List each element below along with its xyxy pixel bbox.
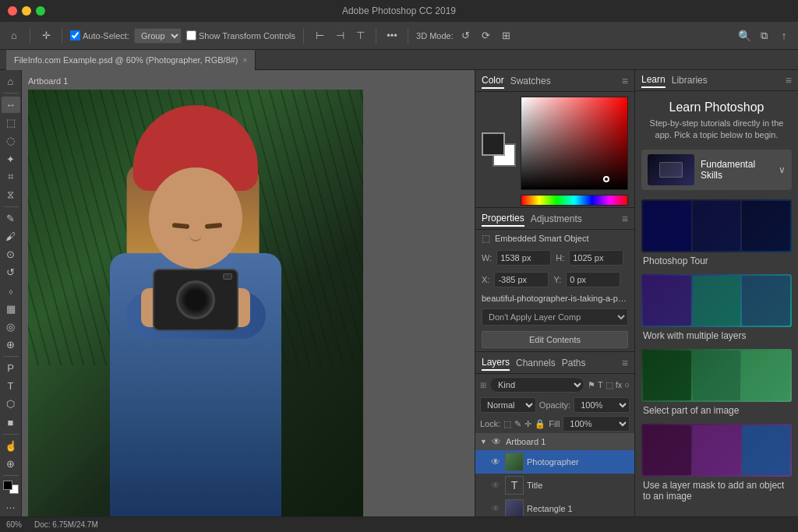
blur-tool[interactable]: ◎ xyxy=(2,319,20,335)
learn-panel-menu-icon[interactable]: ≡ xyxy=(786,74,792,86)
layer-filter-dropdown[interactable]: Kind xyxy=(489,377,584,393)
edit-contents-button[interactable]: Edit Contents xyxy=(482,331,628,348)
hue-slider[interactable] xyxy=(521,195,628,206)
layer-title[interactable]: 👁 T Title xyxy=(475,474,634,497)
lock-row: Lock: ⬚ ✎ ✛ 🔒 Fill 100% xyxy=(475,414,634,433)
object-name: Embedded Smart Object xyxy=(495,234,588,243)
shape-tool[interactable]: ■ xyxy=(2,414,20,430)
fundamental-skills-header[interactable]: Fundamental Skills ∨ xyxy=(641,150,792,190)
align-center-icon[interactable]: ⊣ xyxy=(332,28,348,44)
3d-rotate-icon[interactable]: ↺ xyxy=(458,28,474,44)
lock-label: Lock: xyxy=(480,419,500,428)
gradient-tool[interactable]: ▦ xyxy=(2,301,20,317)
person-face xyxy=(149,167,242,269)
layer-photographer[interactable]: 👁 Photographer xyxy=(475,450,634,474)
h-field[interactable] xyxy=(569,250,623,266)
3d-pan-icon[interactable]: ⟳ xyxy=(478,28,494,44)
crop-tool[interactable]: ⌗ xyxy=(2,169,20,185)
zoom-tool[interactable]: ⊕ xyxy=(2,456,20,472)
tab-learn[interactable]: Learn xyxy=(641,72,666,88)
fundamental-skills-section[interactable]: Fundamental Skills ∨ xyxy=(641,150,792,190)
share-icon[interactable]: ↑ xyxy=(776,28,792,44)
rectangle-visibility[interactable]: 👁 xyxy=(489,502,502,515)
home-icon[interactable]: ⌂ xyxy=(6,28,22,44)
auto-select-label[interactable]: Auto-Select: xyxy=(70,30,129,41)
tab-paths[interactable]: Paths xyxy=(562,356,586,370)
lock-position-icon[interactable]: ✛ xyxy=(524,419,531,429)
transform-controls-checkbox[interactable] xyxy=(186,30,196,41)
eyedropper-tool[interactable]: ⧖ xyxy=(2,187,20,203)
foreground-background-colors[interactable] xyxy=(2,479,20,495)
tab-close-button[interactable]: × xyxy=(243,56,248,65)
hand-tool[interactable]: ☝ xyxy=(2,437,20,453)
maximize-button[interactable] xyxy=(36,6,45,16)
smart-object-icon: ⬚ xyxy=(482,233,490,244)
healing-brush-tool[interactable]: ✎ xyxy=(2,210,20,227)
tutorial-layers[interactable]: Work with multiple layers xyxy=(641,274,792,344)
layer-rectangle[interactable]: 👁 Rectangle 1 xyxy=(475,497,634,516)
lasso-tool[interactable]: ◌ xyxy=(2,132,20,149)
toolbar-separator-3 xyxy=(303,28,304,44)
fill-dropdown[interactable]: 100% xyxy=(563,416,630,432)
x-field[interactable] xyxy=(494,272,549,287)
clone-stamp-tool[interactable]: ⊙ xyxy=(2,246,20,262)
magic-wand-tool[interactable]: ✦ xyxy=(2,151,20,167)
blend-mode-dropdown[interactable]: Normal xyxy=(480,397,536,413)
auto-select-checkbox[interactable] xyxy=(70,30,80,41)
tutorial-select[interactable]: Select part of an image xyxy=(641,349,792,419)
3d-scale-icon[interactable]: ⊞ xyxy=(499,28,514,44)
tab-layers[interactable]: Layers xyxy=(482,355,510,371)
more-options-icon[interactable]: ••• xyxy=(384,28,400,44)
color-picker-gradient[interactable] xyxy=(521,97,628,190)
document-tab[interactable]: FileInfo.com Example.psd @ 60% (Photogra… xyxy=(6,50,256,70)
tab-swatches[interactable]: Swatches xyxy=(510,74,551,88)
move-tool[interactable]: ↔ xyxy=(2,97,20,113)
select-tutorial-thumbnail xyxy=(641,349,792,402)
properties-panel-menu-icon[interactable]: ≡ xyxy=(622,213,628,225)
type-tool[interactable]: T xyxy=(2,378,20,394)
move-tool-icon[interactable]: ✛ xyxy=(38,28,54,44)
arrange-icon[interactable]: ⧉ xyxy=(756,28,772,44)
lock-transparent-icon[interactable]: ⬚ xyxy=(503,419,511,429)
fill-label: Fill xyxy=(549,419,560,428)
w-field[interactable] xyxy=(496,250,551,266)
tutorial-photoshop-tour[interactable]: Photoshop Tour xyxy=(641,199,792,270)
align-left-icon[interactable]: ⊢ xyxy=(312,28,327,44)
opacity-dropdown[interactable]: 100% xyxy=(574,397,630,413)
lock-pixels-icon[interactable]: ✎ xyxy=(514,419,521,429)
transform-controls-label[interactable]: Show Transform Controls xyxy=(186,30,295,41)
tab-channels[interactable]: Channels xyxy=(516,356,556,370)
home-tool[interactable]: ⌂ xyxy=(2,73,20,90)
window-controls[interactable] xyxy=(8,6,45,16)
tutorial-mask[interactable]: Use a layer mask to add an object to an … xyxy=(641,424,792,505)
dodge-tool[interactable]: ⊕ xyxy=(2,336,20,353)
auto-select-dropdown[interactable]: Group Layer xyxy=(134,28,182,44)
rectangular-marquee-tool[interactable]: ⬚ xyxy=(2,115,20,131)
tab-libraries[interactable]: Libraries xyxy=(672,73,708,87)
tab-adjustments[interactable]: Adjustments xyxy=(531,212,582,226)
tab-color[interactable]: Color xyxy=(482,73,504,89)
foreground-color-swatch[interactable] xyxy=(482,132,505,156)
pen-tool[interactable]: P xyxy=(2,360,20,376)
foreground-background-swatches[interactable] xyxy=(482,132,516,167)
search-icon[interactable]: 🔍 xyxy=(738,30,751,42)
minimize-button[interactable] xyxy=(22,6,31,16)
toolbar-separator-5 xyxy=(408,28,408,44)
history-brush-tool[interactable]: ↺ xyxy=(2,264,20,280)
y-field[interactable] xyxy=(566,272,620,287)
path-selection-tool[interactable]: ⬡ xyxy=(2,396,20,412)
artboard-visibility[interactable]: 👁 xyxy=(490,435,503,448)
more-tools-icon[interactable]: … xyxy=(2,497,20,513)
color-panel-menu-icon[interactable]: ≡ xyxy=(622,75,628,87)
layers-panel-menu-icon[interactable]: ≡ xyxy=(622,357,628,369)
close-button[interactable] xyxy=(8,6,17,16)
tab-properties[interactable]: Properties xyxy=(482,211,524,227)
align-right-icon[interactable]: ⊤ xyxy=(352,28,368,44)
artboard-group[interactable]: ▼ 👁 Artboard 1 xyxy=(475,433,634,450)
photographer-visibility[interactable]: 👁 xyxy=(489,456,502,468)
brush-tool[interactable]: 🖌 xyxy=(2,228,20,245)
title-visibility[interactable]: 👁 xyxy=(489,479,502,491)
eraser-tool[interactable]: ⬨ xyxy=(2,282,20,298)
layer-comp-dropdown[interactable]: Don't Apply Layer Comp xyxy=(482,308,628,326)
lock-all-icon[interactable]: 🔒 xyxy=(535,419,546,429)
